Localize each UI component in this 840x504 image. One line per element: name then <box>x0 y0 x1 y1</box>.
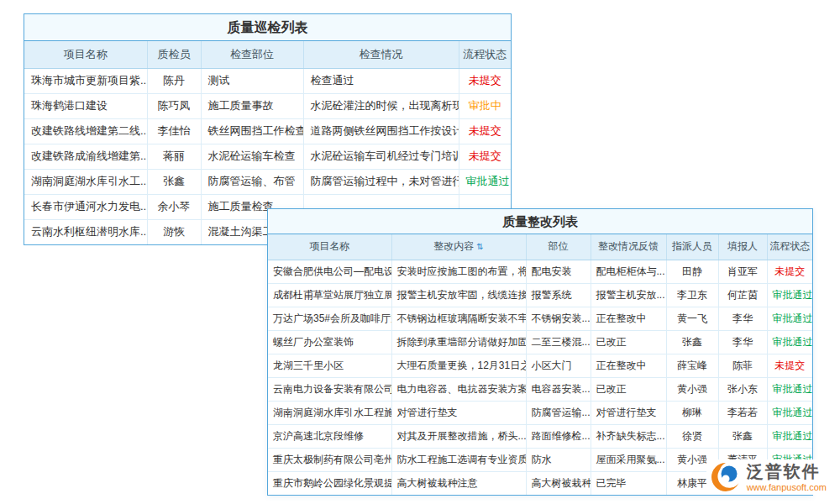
part-cell: 防腐管运输、布管 <box>201 169 303 194</box>
project-cell[interactable]: 京沪高速北京段维修 <box>268 424 391 448</box>
filler-cell: 张小东 <box>718 377 767 401</box>
project-cell[interactable]: 重庆市鹅岭公园绿化景观提升... <box>268 471 391 495</box>
fanpu-logo-text: 泛普软件 www.fanpusoft.com <box>747 462 827 492</box>
content-cell: 对其及开展整改措施，桥头... <box>391 424 526 448</box>
situation-cell: 水泥砼运输车司机经过专门培训... <box>303 144 459 169</box>
content-cell: 报警主机安放牢固，线缆连接... <box>391 283 526 307</box>
status-cell: 审批通过 <box>767 401 812 424</box>
inspector-cell: 游恢 <box>147 219 201 244</box>
column-header-3[interactable]: 部位 <box>526 234 591 260</box>
situation-cell: 道路两侧铁丝网围挡工作按设计... <box>303 118 459 144</box>
table-row: 螺丝厂办公室装饰拆除到承重墙部分请做好加固...二至三楼混...已改正张鑫李华审… <box>268 330 812 354</box>
status-cell: 审批通过 <box>459 169 511 194</box>
brand-name: 泛普软件 <box>747 462 827 480</box>
project-cell[interactable]: 龙湖三千里小区 <box>268 354 391 377</box>
project-cell[interactable]: 长春市伊通河水力发电... <box>24 194 147 219</box>
project-cell[interactable]: 改建铁路线增建第二线... <box>24 118 147 144</box>
table-row: 龙湖三千里小区大理石质量更换，12月31日之...小区大门正在整改中薛宝峰陈菲未… <box>268 354 812 377</box>
project-cell[interactable]: 螺丝厂办公室装饰 <box>268 330 391 354</box>
feedback-cell: 对管进行垫支 <box>591 401 666 424</box>
column-header-4[interactable]: 整改情况反馈 <box>591 234 666 260</box>
inspection-table-head: 项目名称质检员检查部位检查情况流程状态 <box>24 41 511 68</box>
part-cell: 防水 <box>526 448 591 471</box>
project-cell[interactable]: 安徽合肥供电公司—配电设备... <box>268 260 391 283</box>
project-cell[interactable]: 珠海市城市更新项目紫... <box>24 68 147 93</box>
status-cell: 审批通过 <box>767 307 812 330</box>
rectification-list-panel: 质量整改列表 项目名称整改内容⇅部位整改情况反馈指派人员填报人流程状态 安徽合肥… <box>267 208 813 496</box>
project-cell[interactable]: 云南水利枢纽潜明水库... <box>24 219 147 244</box>
table-row: 珠海鹤港口建设陈巧凤施工质量事故水泥砼灌注的时候，出现离析现象审批中 <box>24 93 511 118</box>
assignee-cell: 黄小强 <box>666 377 718 401</box>
situation-cell: 检查通过 <box>303 68 459 93</box>
column-header-3[interactable]: 检查部位 <box>201 41 303 68</box>
feedback-cell: 正在整改中 <box>591 354 666 377</box>
table-row: 湖南洞庭湖水库引水工...张鑫防腐管运输、布管防腐管运输过程中，未对管进行...… <box>24 169 511 194</box>
project-cell[interactable]: 珠海鹤港口建设 <box>24 93 147 118</box>
sort-icon[interactable]: ⇅ <box>476 242 483 251</box>
part-cell: 防腐管运输... <box>526 401 591 424</box>
column-header-6[interactable]: 填报人 <box>718 234 767 260</box>
assignee-cell: 黄一飞 <box>666 307 718 330</box>
table-row: 改建铁路线增建第二线...李佳怡铁丝网围挡工作检查道路两侧铁丝网围挡工作按设计.… <box>24 118 511 144</box>
inspector-cell: 陈巧凤 <box>147 93 201 118</box>
assignee-cell: 徐贤 <box>666 424 718 448</box>
situation-cell: 防腐管运输过程中，未对管进行... <box>303 169 459 194</box>
table-row: 珠海市城市更新项目紫...陈丹测试检查通过未提交 <box>24 68 511 93</box>
feedback-cell: 报警主机安放... <box>591 283 666 307</box>
project-cell[interactable]: 重庆太极制药有限公司亳州中... <box>268 448 391 471</box>
project-cell[interactable]: 湖南洞庭湖水库引水工程施工... <box>268 401 391 424</box>
part-cell: 小区大门 <box>526 354 591 377</box>
content-cell: 电力电容器、电抗器安装方案... <box>391 377 526 401</box>
assignee-cell: 田静 <box>666 260 718 283</box>
content-cell: 防水工程施工选调有专业资质... <box>391 448 526 471</box>
column-header-5[interactable]: 指派人员 <box>666 234 718 260</box>
feedback-cell: 正在整改中 <box>591 307 666 330</box>
part-cell: 电容器安装... <box>526 377 591 401</box>
status-cell: 审批中 <box>459 93 511 118</box>
filler-cell: 陈菲 <box>718 354 767 377</box>
column-header-1[interactable]: 项目名称 <box>24 41 147 68</box>
status-cell: 审批通过 <box>767 377 812 401</box>
content-cell: 对管进行垫支 <box>391 401 526 424</box>
page: 质量巡检列表 项目名称质检员检查部位检查情况流程状态 珠海市城市更新项目紫...… <box>0 0 840 504</box>
status-cell: 审批通过 <box>767 424 812 448</box>
part-cell: 配电安装 <box>526 260 591 283</box>
filler-cell: 肖亚军 <box>718 260 767 283</box>
status-cell: 未提交 <box>459 144 511 169</box>
column-header-2[interactable]: 质检员 <box>147 41 201 68</box>
status-cell: 审批通过 <box>767 330 812 354</box>
column-header-1[interactable]: 项目名称 <box>268 234 391 260</box>
content-cell: 安装时应按施工图的布置，将... <box>391 260 526 283</box>
brand-url[interactable]: www.fanpusoft.com <box>747 482 827 492</box>
column-header-4[interactable]: 检查情况 <box>303 41 459 68</box>
column-header-7[interactable]: 流程状态 <box>767 234 812 260</box>
status-cell: 审批通过 <box>767 283 812 307</box>
filler-cell: 李若若 <box>718 401 767 424</box>
inspector-cell: 李佳怡 <box>147 118 201 144</box>
content-cell: 大理石质量更换，12月31日之... <box>391 354 526 377</box>
part-cell: 高大树被栽种 <box>526 471 591 495</box>
project-cell[interactable]: 云南电力设备安装有限公司20... <box>268 377 391 401</box>
feedback-cell: 已改正 <box>591 330 666 354</box>
rectification-table: 项目名称整改内容⇅部位整改情况反馈指派人员填报人流程状态 安徽合肥供电公司—配电… <box>268 234 812 495</box>
project-cell[interactable]: 湖南洞庭湖水库引水工... <box>24 169 147 194</box>
assignee-cell: 张鑫 <box>666 330 718 354</box>
column-header-2[interactable]: 整改内容⇅ <box>391 234 526 260</box>
project-cell[interactable]: 万达广场35#会所及咖啡厅空... <box>268 307 391 330</box>
inspector-cell: 蒋丽 <box>147 144 201 169</box>
feedback-cell: 已完毕 <box>591 471 666 495</box>
part-cell: 二至三楼混... <box>526 330 591 354</box>
situation-cell: 水泥砼灌注的时候，出现离析现象 <box>303 93 459 118</box>
table-row: 京沪高速北京段维修对其及开展整改措施，桥头...路面维修检...补齐缺失标志..… <box>268 424 812 448</box>
project-cell[interactable]: 成都杜甫草堂站展厅独立展... <box>268 283 391 307</box>
project-cell[interactable]: 改建铁路成渝线增建第... <box>24 144 147 169</box>
inspector-cell: 张鑫 <box>147 169 201 194</box>
assignee-cell: 李卫东 <box>666 283 718 307</box>
column-header-5[interactable]: 流程状态 <box>459 41 511 68</box>
part-cell: 铁丝网围挡工作检查 <box>201 118 303 144</box>
filler-cell: 李华 <box>718 307 767 330</box>
feedback-cell: 补齐缺失标志... <box>591 424 666 448</box>
rectification-header-row: 项目名称整改内容⇅部位整改情况反馈指派人员填报人流程状态 <box>268 234 812 260</box>
assignee-cell: 柳琳 <box>666 401 718 424</box>
inspector-cell: 陈丹 <box>147 68 201 93</box>
